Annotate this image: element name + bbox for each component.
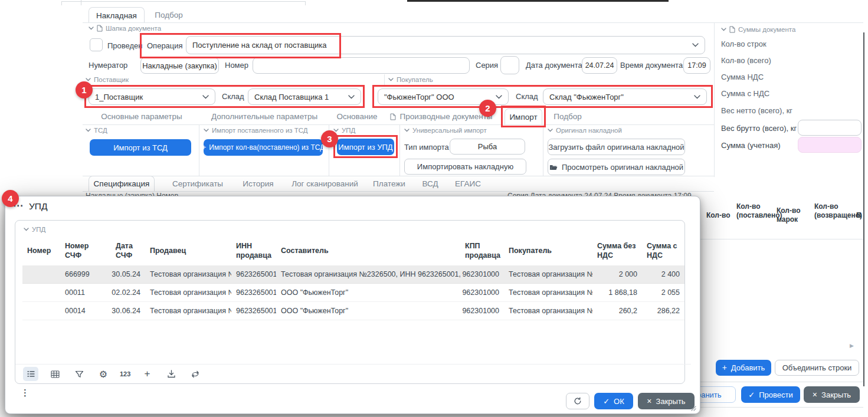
supplier-warehouse-value: Склад Поставщика 1 [254,93,329,101]
tab-history[interactable]: История [236,176,280,191]
numbers-format-icon[interactable]: 123 [120,367,130,381]
supplier-section[interactable]: Поставщик [86,76,129,83]
tab-import[interactable]: Импорт [505,109,542,125]
tab-vsd[interactable]: ВСД [418,176,443,191]
supplier-warehouse-select[interactable]: Склад Поставщика 1 [248,88,361,105]
operation-select[interactable]: Поступление на склад от поставщика [186,36,705,54]
col-header[interactable]: Дата СЧФ [111,236,145,265]
universal-import-section[interactable]: Универсальный импорт [404,127,487,134]
doc-time-input[interactable]: 17:09 [683,57,710,74]
doc-date-input[interactable]: 24.07.24 [582,57,617,74]
col-header[interactable]: Составитель [276,236,460,265]
rows-count-label: Кол-во строк [721,40,767,48]
col-header[interactable]: КПП продавца [460,236,504,265]
param-tabs-divider [83,124,714,125]
import-from-upd-button[interactable]: Импорт из УПД [337,139,394,155]
tab-invoice[interactable]: Накладная [89,7,145,23]
cell-seller-inn: 9623265001 [231,284,276,302]
upd-section[interactable]: УПД [333,127,355,134]
doc-header-section-label: Шапка документа [106,25,161,32]
cell-schf-date: 30.05.24 [111,265,145,284]
download-icon[interactable] [163,367,179,381]
modal-kebab-menu-icon[interactable]: ⋮ [21,388,30,398]
repeat-icon[interactable] [188,367,203,381]
merge-rows-button[interactable]: Объединить строки [775,360,859,376]
table-toolbar: ⚙ 123 + [15,364,691,383]
post-button[interactable]: ✓ Провести [741,386,800,403]
conducted-checkbox[interactable] [90,38,103,51]
col-header[interactable]: Сумма без НДС [592,236,642,265]
tab-history-label: История [243,179,273,188]
tab-extra-params[interactable]: Дополнительные параметры [199,109,329,124]
gear-icon[interactable]: ⚙ [96,367,111,381]
import-invoice-button[interactable]: Импортировать накладную [404,159,526,175]
tab-scan-log[interactable]: Лог сканирований [288,176,362,191]
import-from-tsd-button[interactable]: Импорт из ТСД [90,139,191,156]
modal-close-button[interactable]: × Закрыть [638,393,695,409]
tab-specification[interactable]: Спецификация [89,176,155,191]
sums-section[interactable]: Суммы документа [721,26,795,33]
grid-view-icon[interactable] [47,367,63,381]
tab-main-params[interactable]: Основные параметры [89,109,195,124]
doc-header-section[interactable]: Шапка документа [89,25,161,32]
tab-import-selection[interactable]: Подбор [549,109,587,124]
import-qty-from-tsd-button[interactable]: + Импорт кол-ва(поставлено) из ТСД [204,139,323,156]
chevron-down-icon [89,27,94,30]
view-original-button[interactable]: Просмотреть оригинал накладной [548,159,685,175]
clipped-strip-left: Накладные (закупка) Номер [86,192,178,196]
modal-ok-button[interactable]: ✓ ОК [594,393,633,409]
cell-seller: Тестовая организация № [145,302,231,320]
import-from-tsd-label: Импорт из ТСД [113,143,168,152]
buyer-warehouse-select[interactable]: Склад "ФьюженТорг" [543,88,707,105]
list-view-icon[interactable] [23,367,38,381]
tsd-section[interactable]: ТСД [86,127,107,134]
tab-selection[interactable]: Подбор [149,7,189,23]
footer-divider [699,382,863,382]
col-header[interactable]: ИНН продавца [231,236,276,265]
numerator-field[interactable]: Накладные (закупка) [140,57,219,74]
col-header[interactable]: Покупатель [504,236,592,265]
supplier-buyer-divider [384,74,385,86]
col-header[interactable]: Номер [22,236,60,265]
number-input[interactable] [253,57,470,74]
col-header[interactable]: Продавец [145,236,231,265]
gross-weight-input[interactable] [798,120,862,136]
tab-vsd-label: ВСД [422,179,438,188]
series-input[interactable] [500,56,519,74]
tab-import-selection-label: Подбор [553,112,582,121]
modal-refresh-button[interactable] [566,393,589,409]
tab-derived-docs-label: Производные документы [399,112,492,121]
tab-basis[interactable]: Основание [333,109,381,124]
check-icon: ✓ [603,397,610,406]
buyer-section[interactable]: Покупатель [388,76,433,83]
supplier-select[interactable]: 1_Поставщик [89,88,215,105]
upload-original-button[interactable]: Загрузить файл оригинала накладной [548,139,685,155]
account-sum-input[interactable] [798,137,862,153]
upd-inner-section[interactable]: УПД [24,226,45,233]
tab-certificates[interactable]: Сертификаты [168,176,227,191]
tsd-qty-section[interactable]: Импорт поставленного из ТСД [204,127,308,134]
vertical-scrollbar[interactable] [863,32,864,386]
step-badge-2: 2 [479,100,496,117]
resize-handle[interactable] [690,404,696,413]
tab-payments[interactable]: Платежи [370,176,408,191]
doc-time-label: Время документа [620,61,683,70]
cell-seller: Тестовая организация № [145,265,231,284]
gear-glyph: ⚙ [99,369,107,380]
col-header[interactable]: Сумма с НДС [642,236,684,265]
add-column-icon[interactable]: + [139,367,155,381]
cell-schf-date: 02.02.24 [111,284,145,302]
cell-compiler: Тестовая организация №2326500, ИНН 96232… [276,265,460,284]
filter-icon[interactable] [71,367,87,381]
tab-invoice-label: Накладная [96,11,137,20]
add-row-button[interactable]: + Добавить [716,360,771,376]
upload-original-label: Загрузить файл оригинала накладной [548,143,684,152]
col-header[interactable]: Номер СЧФ [60,236,111,265]
tab-egais[interactable]: ЕГАИС [450,176,486,191]
scroll-right-arrow-icon[interactable]: ▶ [850,343,854,349]
close-document-button[interactable]: × Закрыть [804,386,860,403]
import-type-field[interactable]: Рыба [450,139,525,155]
active-top-tab-underline [407,0,669,2]
sum-with-vat-label: Сумма с НДС [721,89,769,98]
original-invoice-section[interactable]: Оригинал накладной [548,127,622,134]
